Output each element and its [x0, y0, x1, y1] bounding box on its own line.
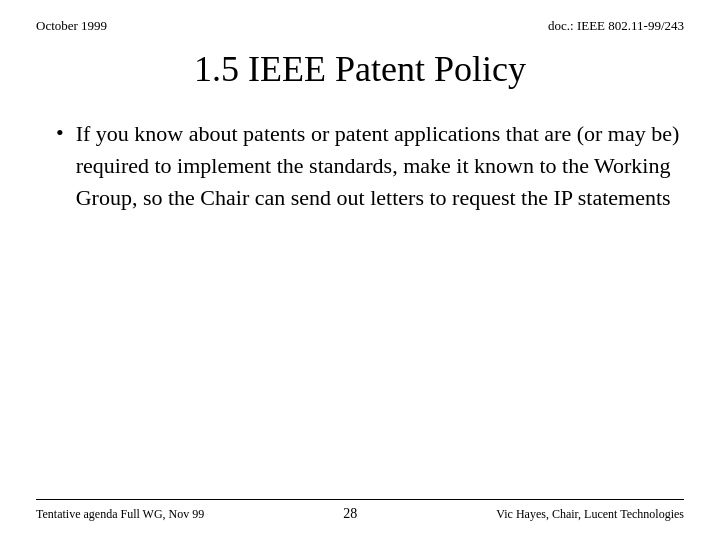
footer: Tentative agenda Full WG, Nov 99 28 Vic … — [36, 499, 684, 522]
slide-title: 1.5 IEEE Patent Policy — [36, 48, 684, 90]
header: October 1999 doc.: IEEE 802.11-99/243 — [36, 18, 684, 34]
footer-page-number: 28 — [343, 506, 357, 522]
header-doc: doc.: IEEE 802.11-99/243 — [548, 18, 684, 34]
slide: October 1999 doc.: IEEE 802.11-99/243 1.… — [0, 0, 720, 540]
bullet-dot: • — [56, 120, 64, 146]
header-date: October 1999 — [36, 18, 107, 34]
bullet-item: • If you know about patents or patent ap… — [56, 118, 684, 214]
bullet-text: If you know about patents or patent appl… — [76, 118, 684, 214]
footer-right: Vic Hayes, Chair, Lucent Technologies — [496, 507, 684, 522]
content-area: • If you know about patents or patent ap… — [36, 118, 684, 499]
footer-left: Tentative agenda Full WG, Nov 99 — [36, 507, 204, 522]
